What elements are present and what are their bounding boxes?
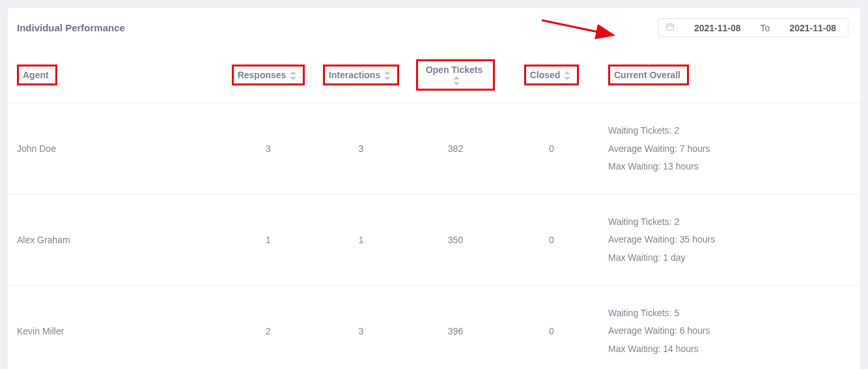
- table-row: Alex Graham113500Waiting Tickets: 2Avera…: [8, 194, 860, 286]
- sort-icon: [290, 71, 296, 80]
- col-header-agent[interactable]: Agent: [8, 48, 223, 103]
- cell-current-overall: Waiting Tickets: 5Average Waiting: 6 hou…: [600, 286, 860, 369]
- date-from: 2021-11-08: [694, 23, 741, 33]
- performance-table: Agent Responses Interactions Open Ticket…: [8, 48, 860, 369]
- col-header-interactions[interactable]: Interactions: [314, 48, 408, 103]
- date-range-picker[interactable]: 2021-11-08 To 2021-11-08: [658, 18, 848, 37]
- cell-closed: 0: [503, 286, 600, 369]
- cell-open-tickets: 382: [408, 103, 503, 194]
- cell-open-tickets: 350: [408, 194, 503, 286]
- sort-icon: [384, 71, 391, 80]
- max-waiting-line: Max Waiting: 1 day: [608, 249, 852, 267]
- sort-icon: [453, 76, 460, 85]
- cell-agent: John Doe: [8, 103, 223, 194]
- col-label-closed: Closed: [530, 70, 561, 80]
- avg-waiting-line: Average Waiting: 6 hours: [608, 322, 852, 340]
- svg-rect-1: [667, 24, 674, 30]
- cell-agent: Kevin Miller: [8, 286, 223, 369]
- waiting-tickets-line: Waiting Tickets: 2: [608, 122, 852, 140]
- cell-interactions: 1: [314, 194, 408, 286]
- cell-current-overall: Waiting Tickets: 2Average Waiting: 7 hou…: [600, 103, 860, 194]
- cell-interactions: 3: [314, 286, 408, 369]
- cell-interactions: 3: [314, 103, 408, 194]
- cell-closed: 0: [503, 103, 600, 194]
- cell-responses: 1: [223, 194, 314, 286]
- col-label-interactions: Interactions: [329, 70, 380, 80]
- col-header-closed[interactable]: Closed: [503, 48, 600, 103]
- panel-title: Individual Performance: [17, 22, 125, 33]
- table-row: Kevin Miller233960Waiting Tickets: 5Aver…: [8, 286, 860, 369]
- cell-agent: Alex Graham: [8, 194, 223, 286]
- cell-current-overall: Waiting Tickets: 2Average Waiting: 35 ho…: [600, 194, 860, 286]
- col-label-responses: Responses: [238, 70, 287, 80]
- waiting-tickets-line: Waiting Tickets: 5: [608, 304, 852, 322]
- cell-responses: 2: [223, 286, 314, 369]
- calendar-icon: [665, 22, 675, 33]
- col-header-open-tickets[interactable]: Open Tickets: [408, 48, 503, 103]
- col-label-agent: Agent: [23, 70, 49, 80]
- date-to-label: To: [761, 23, 770, 33]
- date-to: 2021-11-08: [789, 23, 836, 33]
- avg-waiting-line: Average Waiting: 35 hours: [608, 231, 852, 248]
- cell-closed: 0: [503, 194, 600, 286]
- cell-responses: 3: [223, 103, 314, 194]
- max-waiting-line: Max Waiting: 13 hours: [608, 158, 852, 175]
- col-header-current-overall: Current Overall: [600, 48, 860, 103]
- max-waiting-line: Max Waiting: 14 hours: [608, 340, 852, 358]
- table-row: John Doe333820Waiting Tickets: 2Average …: [8, 103, 860, 194]
- cell-open-tickets: 396: [408, 286, 503, 369]
- col-label-current-overall: Current Overall: [614, 70, 680, 80]
- avg-waiting-line: Average Waiting: 7 hours: [608, 140, 852, 158]
- col-label-open-tickets: Open Tickets: [426, 65, 483, 75]
- sort-icon: [564, 71, 570, 80]
- waiting-tickets-line: Waiting Tickets: 2: [608, 213, 852, 231]
- col-header-responses[interactable]: Responses: [223, 48, 314, 103]
- performance-panel: Individual Performance 2021-11-08 To 202…: [8, 8, 860, 369]
